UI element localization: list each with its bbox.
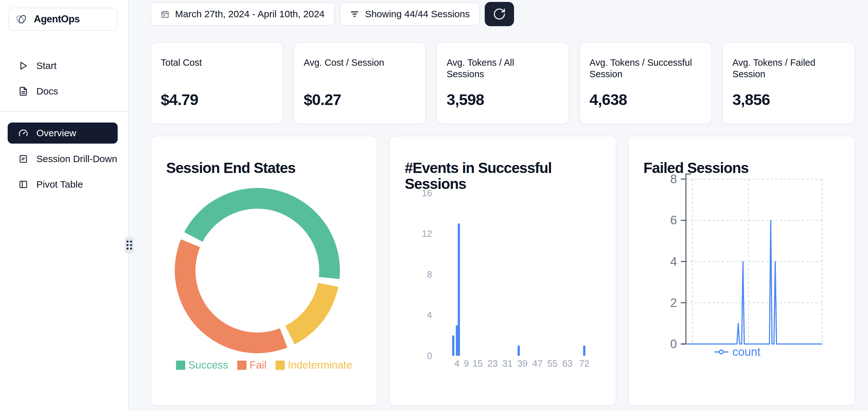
legend-item-success[interactable]: Success (176, 359, 228, 371)
histogram-bar[interactable] (458, 223, 460, 356)
charts-row: Session End States SuccessFailIndetermin… (151, 136, 855, 406)
legend-swatch (237, 360, 247, 370)
stat-card-title: Avg. Tokens / Failed Session (733, 57, 839, 80)
stat-card-title: Avg. Cost / Session (304, 57, 410, 68)
refresh-icon (493, 7, 506, 21)
sidebar: AgentOps Start Docs (0, 0, 128, 411)
legend-swatch (176, 360, 185, 370)
x-tick-label: 15 (473, 358, 483, 369)
stat-card-value: 3,598 (446, 91, 484, 109)
toolbar: March 27th, 2024 - April 10th, 2024 Show… (151, 2, 514, 26)
histogram-bar[interactable] (452, 335, 455, 356)
stat-card: Avg. Tokens / Failed Session3,856 (722, 42, 855, 124)
y-axis (681, 174, 691, 344)
date-range-label: March 27th, 2024 - April 10th, 2024 (175, 9, 324, 20)
failed-sessions-card: Failed Sessions 02468 count (628, 136, 855, 406)
events-histogram-chart[interactable]: 0481216491523313947556372 (390, 136, 616, 406)
legend-item-fail[interactable]: Fail (237, 359, 267, 371)
gauge-icon (19, 128, 28, 138)
y-tick-label: 6 (670, 213, 677, 227)
donut-slice-fail[interactable] (175, 239, 287, 353)
legend-label: count (733, 345, 761, 359)
sidebar-item-label: Session Drill-Down (36, 153, 117, 164)
y-tick-label: 0 (670, 337, 677, 351)
filter-lines-icon (350, 9, 360, 19)
y-tick-label: 4 (670, 255, 677, 268)
sidebar-item-session-drill-down[interactable]: Session Drill-Down (0, 146, 128, 172)
sidebar-divider (0, 111, 128, 112)
stat-card: Total Cost$4.79 (151, 42, 283, 124)
x-tick-label: 4 (455, 358, 460, 369)
app-logo[interactable]: AgentOps (8, 8, 117, 31)
sidebar-item-overview[interactable]: Overview (8, 122, 118, 144)
docs-icon (19, 86, 28, 96)
donut-slice-success[interactable] (184, 188, 340, 279)
x-tick-label: 23 (488, 358, 498, 369)
line-chart-legend[interactable]: count (714, 345, 761, 359)
refresh-button[interactable] (485, 2, 514, 26)
legend-label: Indeterminate (288, 359, 352, 371)
sidebar-views-nav: Overview Session Drill-Down Pivot Table (0, 122, 128, 197)
stat-card-value: 3,856 (733, 91, 770, 109)
stat-card-value: $4.79 (161, 91, 198, 109)
stat-card-title: Total Cost (161, 57, 267, 68)
x-tick-label: 72 (579, 358, 589, 369)
calendar-icon (161, 10, 169, 19)
failed-sessions-line-chart[interactable]: 02468 (628, 136, 855, 406)
sidebar-item-pivot-table[interactable]: Pivot Table (0, 172, 128, 197)
sidebar-item-label: Docs (36, 86, 58, 97)
histogram-bar[interactable] (518, 346, 520, 356)
agentops-logo-icon (14, 12, 29, 27)
sidebar-item-docs[interactable]: Docs (0, 79, 128, 104)
stat-card: Avg. Tokens / All Sessions3,598 (436, 42, 569, 124)
y-tick-label: 8 (670, 172, 677, 186)
x-tick-label: 47 (532, 358, 543, 369)
y-tick-label: 12 (422, 229, 432, 239)
y-tick-label: 0 (427, 351, 432, 361)
y-tick-label: 8 (427, 269, 432, 280)
stat-cards-row: Total Cost$4.79Avg. Cost / Session$0.27A… (151, 42, 855, 124)
stat-card: Avg. Tokens / Successful Session4,638 (580, 42, 712, 124)
x-tick-label: 39 (518, 358, 528, 369)
sidebar-resize-handle[interactable] (125, 237, 134, 253)
events-in-successful-sessions-card: #Events in Successful Sessions 048121649… (389, 136, 616, 406)
legend-label: Fail (250, 359, 267, 371)
count-series-line (686, 220, 822, 344)
donut-legend: SuccessFailIndeterminate (151, 359, 377, 371)
y-tick-label: 4 (427, 310, 432, 320)
count-series-marker-icon (714, 349, 728, 355)
session-filter-label: Showing 44/44 Sessions (365, 9, 470, 20)
stat-card-title: Avg. Tokens / Successful Session (590, 57, 696, 80)
x-tick-label: 31 (502, 358, 513, 369)
panel-left-icon (19, 180, 28, 189)
sidebar-primary-nav: Start Docs (0, 53, 128, 104)
session-filter-button[interactable]: Showing 44/44 Sessions (340, 2, 480, 26)
sidebar-item-label: Pivot Table (36, 179, 83, 190)
stat-card-value: 4,638 (590, 91, 627, 109)
sidebar-item-label: Overview (36, 128, 76, 139)
sidebar-item-label: Start (36, 60, 57, 71)
legend-label: Success (188, 359, 228, 371)
x-tick-label: 63 (562, 358, 573, 369)
stat-card-value: $0.27 (304, 91, 341, 109)
sidebar-item-start[interactable]: Start (0, 53, 128, 79)
stat-card: Avg. Cost / Session$0.27 (293, 42, 426, 124)
histogram-bar[interactable] (583, 346, 586, 356)
donut-slice-indeterminate[interactable] (285, 283, 338, 344)
session-end-states-card: Session End States SuccessFailIndetermin… (151, 136, 377, 406)
stat-card-title: Avg. Tokens / All Sessions (446, 57, 553, 80)
file-lines-icon (19, 154, 28, 164)
y-tick-label: 2 (670, 296, 677, 310)
y-tick-label: 16 (422, 188, 432, 198)
x-tick-label: 55 (548, 358, 558, 369)
app-title: AgentOps (34, 13, 80, 25)
legend-item-indeterminate[interactable]: Indeterminate (276, 359, 352, 371)
play-icon (19, 61, 28, 70)
x-tick-label: 9 (464, 358, 469, 369)
legend-swatch (276, 360, 285, 370)
date-range-button[interactable]: March 27th, 2024 - April 10th, 2024 (151, 2, 335, 26)
